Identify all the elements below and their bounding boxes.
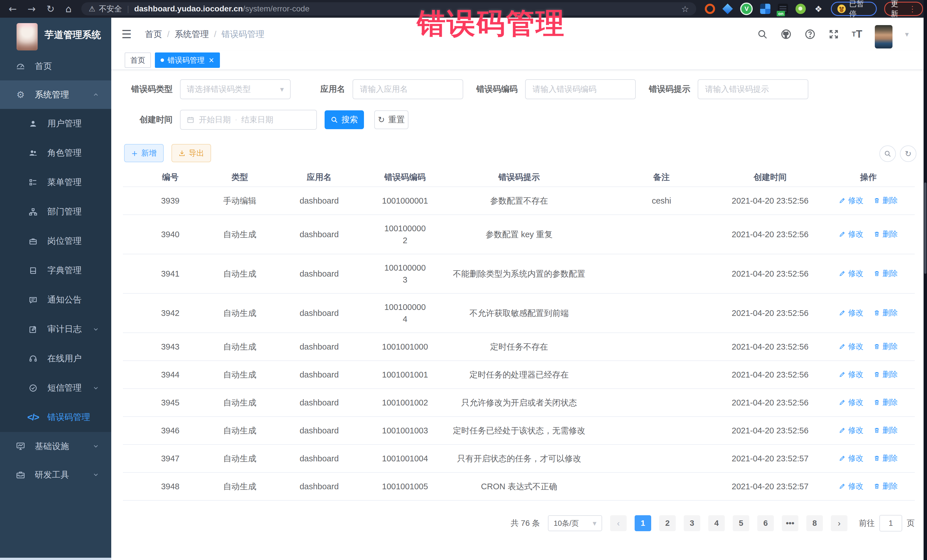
user-avatar[interactable] xyxy=(875,25,892,49)
sidebar-item-dict[interactable]: 字典管理 xyxy=(0,256,111,285)
edit-link[interactable]: 修改 xyxy=(839,424,863,436)
edit-link[interactable]: 修改 xyxy=(839,307,863,319)
edit-link[interactable]: 修改 xyxy=(839,228,863,240)
add-button[interactable]: + 新增 xyxy=(124,144,164,162)
bookmark-star-icon[interactable]: ☆ xyxy=(681,4,689,14)
error-msg-input[interactable] xyxy=(705,84,801,94)
extension-icon-orange[interactable] xyxy=(705,4,715,14)
page-scrollbar[interactable] xyxy=(924,0,927,560)
sidebar-item-posts[interactable]: 岗位管理 xyxy=(0,226,111,256)
fullscreen-icon[interactable] xyxy=(828,29,839,39)
sidebar-item-home[interactable]: 首页 xyxy=(0,52,111,80)
table-row[interactable]: 3943 自动生成 dashboard 1001001000 定时任务不存在 2… xyxy=(123,333,915,361)
error-code-input[interactable] xyxy=(532,84,629,94)
next-page-button[interactable]: › xyxy=(831,515,847,531)
avatar-caret-icon[interactable]: ▾ xyxy=(905,30,909,38)
table-row[interactable]: 3939 手动编辑 dashboard 1001000001 参数配置不存在 c… xyxy=(123,187,915,215)
scrollbar-thumb[interactable] xyxy=(924,182,926,274)
edit-link[interactable]: 修改 xyxy=(839,480,863,492)
toggle-search-button[interactable] xyxy=(879,146,896,162)
table-row[interactable]: 3941 自动生成 dashboard 1001000003 不能删除类型为系统… xyxy=(123,254,915,293)
hamburger-icon[interactable]: ☰ xyxy=(122,18,132,51)
table-row[interactable]: 3942 自动生成 dashboard 1001000004 不允许获取敏感配置… xyxy=(123,293,915,333)
delete-link[interactable]: 删除 xyxy=(873,452,898,464)
browser-menu-dots-icon[interactable]: ⋮ xyxy=(909,4,916,14)
table-row[interactable]: 3940 自动生成 dashboard 1001000002 参数配置 key … xyxy=(123,215,915,254)
app-name-input[interactable] xyxy=(359,84,456,94)
extension-icon-grid[interactable] xyxy=(760,4,770,14)
browser-update-button[interactable]: 更新 ⋮ xyxy=(884,2,923,16)
page-button-6[interactable]: 6 xyxy=(757,515,774,531)
error-type-select[interactable]: 请选择错误码类型 ▾ xyxy=(180,79,291,99)
page-ellipsis[interactable]: ••• xyxy=(782,515,798,531)
delete-link[interactable]: 删除 xyxy=(873,307,898,319)
edit-link[interactable]: 修改 xyxy=(839,369,863,380)
github-icon[interactable] xyxy=(780,29,792,40)
sidebar-scrollbar[interactable] xyxy=(0,558,111,560)
browser-forward-icon[interactable]: → xyxy=(28,3,36,15)
sidebar-item-departments[interactable]: 部门管理 xyxy=(0,197,111,226)
prev-page-button[interactable]: ‹ xyxy=(610,515,627,531)
edit-link[interactable]: 修改 xyxy=(839,396,863,408)
sidebar-logo-row[interactable]: 芋道管理系统 xyxy=(0,18,111,52)
sidebar-item-notice[interactable]: 通知公告 xyxy=(0,285,111,314)
edit-link[interactable]: 修改 xyxy=(839,340,863,352)
tag-close-icon[interactable]: × xyxy=(208,56,214,64)
sidebar-item-menus[interactable]: 菜单管理 xyxy=(0,168,111,197)
refresh-table-button[interactable]: ↻ xyxy=(900,146,916,162)
sidebar-item-error-code[interactable]: </> 错误码管理 xyxy=(0,403,111,432)
sidebar-item-infrastructure[interactable]: 基础设施 xyxy=(0,432,111,460)
table-row[interactable]: 3946 自动生成 dashboard 1001001003 定时任务已经处于该… xyxy=(123,417,915,445)
delete-link[interactable]: 删除 xyxy=(873,396,898,408)
sidebar-item-roles[interactable]: 角色管理 xyxy=(0,138,111,168)
page-button-3[interactable]: 3 xyxy=(684,515,700,531)
browser-home-icon[interactable]: ⌂ xyxy=(65,3,72,15)
sidebar-item-sms[interactable]: 短信管理 xyxy=(0,373,111,403)
sidebar-item-online-users[interactable]: 在线用户 xyxy=(0,344,111,373)
edit-link[interactable]: 修改 xyxy=(839,267,863,279)
page-button-8[interactable]: 8 xyxy=(806,515,823,531)
table-row[interactable]: 3944 自动生成 dashboard 1001001001 定时任务的处理器已… xyxy=(123,361,915,389)
reset-button[interactable]: ↻ 重置 xyxy=(374,110,409,129)
delete-link[interactable]: 删除 xyxy=(873,480,898,492)
date-range-picker[interactable]: 开始日期 - 结束日期 xyxy=(180,110,317,130)
paused-extension-pill[interactable]: 已暂停 xyxy=(831,2,877,16)
font-size-icon[interactable]: TT xyxy=(852,28,862,40)
delete-link[interactable]: 删除 xyxy=(873,228,898,240)
security-label[interactable]: 不安全 xyxy=(99,4,122,14)
table-row[interactable]: 3945 自动生成 dashboard 1001001002 只允许修改为开启或… xyxy=(123,389,915,417)
extensions-puzzle-icon[interactable]: ❖ xyxy=(813,4,824,14)
table-row[interactable]: 3948 自动生成 dashboard 1001001005 CRON 表达式不… xyxy=(123,472,915,501)
tag-error-code[interactable]: 错误码管理 × xyxy=(155,52,220,68)
help-icon[interactable] xyxy=(804,29,816,40)
goto-page-input[interactable] xyxy=(879,515,902,531)
breadcrumb-system[interactable]: 系统管理 xyxy=(175,29,209,40)
search-button[interactable]: 搜索 xyxy=(325,110,364,129)
sidebar-item-system[interactable]: ⚙ 系统管理 xyxy=(0,80,111,109)
table-row[interactable]: 3947 自动生成 dashboard 1001001004 只有开启状态的任务… xyxy=(123,445,915,472)
page-button-2[interactable]: 2 xyxy=(659,515,676,531)
breadcrumb-home[interactable]: 首页 xyxy=(145,29,162,40)
page-size-select[interactable]: 10条/页 ▾ xyxy=(548,515,602,531)
delete-link[interactable]: 删除 xyxy=(873,267,898,279)
extension-icon-key[interactable] xyxy=(795,4,806,14)
delete-link[interactable]: 删除 xyxy=(873,194,898,206)
extension-icon-gem[interactable] xyxy=(722,4,733,14)
delete-link[interactable]: 删除 xyxy=(873,424,898,436)
sidebar-item-dev-tools[interactable]: 研发工具 xyxy=(0,460,111,489)
page-button-1[interactable]: 1 xyxy=(635,515,651,531)
browser-reload-icon[interactable]: ↻ xyxy=(47,3,55,15)
header-search-icon[interactable] xyxy=(757,29,768,39)
extension-icon-switcher[interactable]: on xyxy=(778,4,788,14)
delete-link[interactable]: 删除 xyxy=(873,340,898,352)
browser-back-icon[interactable]: ← xyxy=(9,3,17,15)
edit-link[interactable]: 修改 xyxy=(839,452,863,464)
sidebar-item-users[interactable]: 用户管理 xyxy=(0,109,111,138)
sidebar-item-audit-log[interactable]: 审计日志 xyxy=(0,314,111,344)
export-button[interactable]: 导出 xyxy=(172,144,211,162)
tag-home[interactable]: 首页 xyxy=(125,52,151,68)
page-button-4[interactable]: 4 xyxy=(708,515,725,531)
address-bar[interactable]: ⚠ 不安全 | dashboard.yudao.iocoder.cn /syst… xyxy=(81,2,696,15)
delete-link[interactable]: 删除 xyxy=(873,369,898,380)
page-button-5[interactable]: 5 xyxy=(733,515,749,531)
